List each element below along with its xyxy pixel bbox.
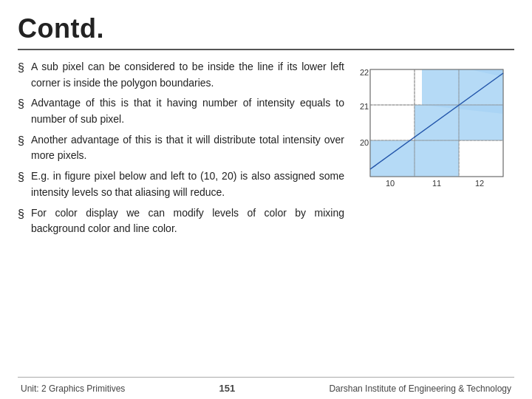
bullet-item-3: § Another advantage of this is that it w… (18, 132, 344, 164)
bullet-item-4: § E.g. in figure pixel below and left to… (18, 168, 344, 200)
footer: Unit: 2 Graphics Primitives 151 Darshan … (18, 377, 514, 399)
svg-text:21: 21 (360, 102, 369, 111)
svg-text:20: 20 (360, 138, 369, 147)
bullet-text-3: Another advantage of this is that it wil… (31, 132, 344, 164)
bullet-text-5: For color display we can modify levels o… (31, 205, 344, 237)
bullet-item-2: § Advantage of this is that it having nu… (18, 95, 344, 127)
title-divider (18, 49, 514, 50)
bullet-symbol-3: § (18, 132, 27, 151)
svg-text:10: 10 (386, 179, 395, 188)
content-area: § A sub pixel can be considered to be in… (18, 59, 514, 371)
svg-text:11: 11 (432, 179, 441, 188)
footer-left: Unit: 2 Graphics Primitives (21, 383, 125, 394)
svg-text:12: 12 (475, 179, 484, 188)
text-section: § A sub pixel can be considered to be in… (18, 59, 344, 371)
image-section: 10 11 12 20 21 22 (352, 59, 514, 371)
bullet-symbol-1: § (18, 59, 27, 78)
footer-right: Darshan Institute of Engineering & Techn… (329, 383, 511, 394)
bullet-text-4: E.g. in figure pixel below and left to (… (31, 168, 344, 200)
footer-page-number: 151 (219, 383, 236, 394)
page-title: Contd. (18, 13, 514, 44)
bullet-text-1: A sub pixel can be considered to be insi… (31, 59, 344, 91)
bullet-symbol-4: § (18, 168, 27, 187)
svg-text:22: 22 (360, 68, 369, 77)
grid-diagram: 10 11 12 20 21 22 (355, 62, 511, 191)
page-container: Contd. § A sub pixel can be considered t… (0, 0, 532, 399)
bullet-symbol-5: § (18, 205, 27, 224)
bullet-symbol-2: § (18, 95, 27, 114)
bullet-item-5: § For color display we can modify levels… (18, 205, 344, 237)
bullet-text-2: Advantage of this is that it having numb… (31, 95, 344, 127)
bullet-item-1: § A sub pixel can be considered to be in… (18, 59, 344, 91)
